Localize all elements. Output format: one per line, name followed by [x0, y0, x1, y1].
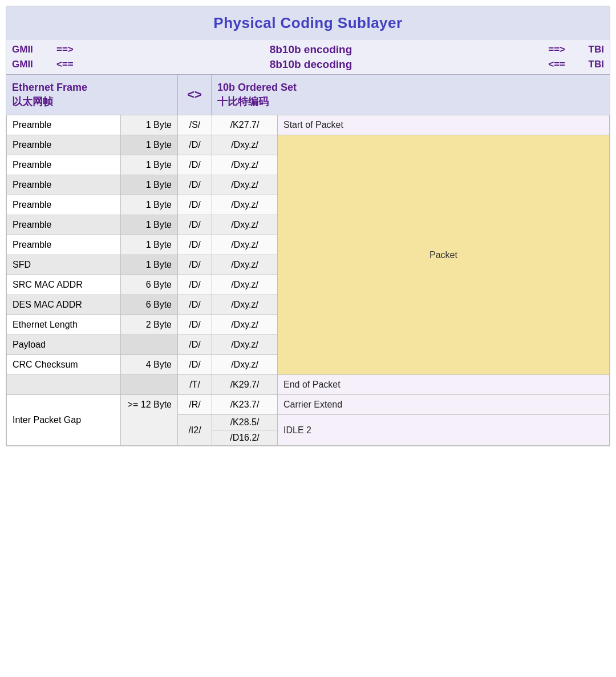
cell-code2: /Dxy.z/	[212, 275, 278, 295]
enc-text-2: 8b10b decoding	[107, 58, 515, 71]
enc-label-2: GMII	[12, 59, 52, 70]
cell-size-gap: >= 12 Byte	[121, 395, 178, 446]
cell-code1: /D/	[178, 255, 212, 275]
cell-desc-start: Start of Packet	[278, 115, 610, 135]
enc-arrow2-2: <==	[520, 59, 565, 70]
cell-code1: /D/	[178, 355, 212, 375]
cell-code1: /T/	[178, 375, 212, 395]
cell-code1: /D/	[178, 195, 212, 215]
cell-code1: /D/	[178, 275, 212, 295]
cell-code2: /Dxy.z/	[212, 255, 278, 275]
cell-code1: /D/	[178, 235, 212, 255]
cell-size: 1 Byte	[121, 155, 178, 175]
cell-code2: /Dxy.z/	[212, 195, 278, 215]
enc-arrow2-1: ==>	[520, 44, 565, 55]
header-eth: Ethernet Frame 以太网帧	[6, 75, 177, 115]
table-row: Preamble 1 Byte /S/ /K27.7/ Start of Pac…	[7, 115, 610, 135]
cell-name: Preamble	[7, 175, 121, 195]
cell-code1: /S/	[178, 115, 212, 135]
cell-size: 1 Byte	[121, 135, 178, 155]
gap-size-text: >= 12 Byte	[127, 400, 172, 410]
table-row: Preamble 1 Byte /D/ /Dxy.z/ Packet	[7, 135, 610, 155]
header-eth-line1: Ethernet Frame	[12, 80, 172, 95]
cell-code1: /D/	[178, 155, 212, 175]
cell-name: SRC MAC ADDR	[7, 275, 121, 295]
cell-code2-idle: /K28.5/ /D16.2/	[212, 415, 278, 446]
main-container: Physical Coding Sublayer GMII ==> 8b10b …	[6, 6, 610, 446]
table-header: Ethernet Frame 以太网帧 <> 10b Ordered Set 十…	[6, 74, 610, 115]
header-eth-line2: 以太网帧	[12, 95, 172, 109]
cell-code1: /D/	[178, 135, 212, 155]
page-title: Physical Coding Sublayer	[6, 6, 610, 40]
idle-code2-line1: /K28.5/	[212, 415, 277, 430]
cell-size: 1 Byte	[121, 215, 178, 235]
cell-size: 6 Byte	[121, 295, 178, 315]
cell-code2: /K23.7/	[212, 395, 278, 415]
cell-size: 4 Byte	[121, 355, 178, 375]
cell-code1: /D/	[178, 175, 212, 195]
cell-name: Preamble	[7, 115, 121, 135]
cell-desc-end: End of Packet	[278, 375, 610, 395]
cell-code2: /Dxy.z/	[212, 235, 278, 255]
cell-size: 1 Byte	[121, 195, 178, 215]
cell-size	[121, 375, 178, 395]
cell-code2: /Dxy.z/	[212, 135, 278, 155]
cell-desc-carrier: Carrier Extend	[278, 395, 610, 415]
idle-code2-line2: /D16.2/	[212, 430, 277, 445]
cell-code2: /Dxy.z/	[212, 315, 278, 335]
enc-tbi-1: TBI	[570, 44, 604, 55]
cell-name: Preamble	[7, 235, 121, 255]
cell-code2: /Dxy.z/	[212, 355, 278, 375]
cell-size: 1 Byte	[121, 115, 178, 135]
cell-code1: /D/	[178, 215, 212, 235]
cell-code2: /Dxy.z/	[212, 295, 278, 315]
cell-code2: /K29.7/	[212, 375, 278, 395]
cell-size: 6 Byte	[121, 275, 178, 295]
cell-packet-label: Packet	[278, 135, 610, 375]
header-ordered: 10b Ordered Set 十比特编码	[212, 75, 610, 115]
cell-size: 1 Byte	[121, 255, 178, 275]
encoding-section: GMII ==> 8b10b encoding ==> TBI GMII <==…	[6, 40, 610, 74]
cell-name: Ethernet Length	[7, 315, 121, 335]
cell-code2: /Dxy.z/	[212, 175, 278, 195]
cell-name: Preamble	[7, 155, 121, 175]
cell-code1-idle: /I2/	[178, 415, 212, 446]
cell-name: Payload	[7, 335, 121, 355]
cell-name: SFD	[7, 255, 121, 275]
header-ordered-line2: 十比特编码	[217, 95, 604, 109]
enc-text-1: 8b10b encoding	[107, 43, 515, 56]
cell-size	[121, 335, 178, 355]
encoding-row-2: GMII <== 8b10b decoding <== TBI	[12, 57, 604, 72]
header-ordered-line1: 10b Ordered Set	[217, 80, 604, 95]
cell-size: 2 Byte	[121, 315, 178, 335]
table-row: Inter Packet Gap >= 12 Byte /R/ /K23.7/ …	[7, 395, 610, 415]
cell-code1: /R/	[178, 395, 212, 415]
cell-code1: /D/	[178, 335, 212, 355]
table-row: /T/ /K29.7/ End of Packet	[7, 375, 610, 395]
header-mid: <>	[177, 75, 212, 115]
cell-code2: /Dxy.z/	[212, 335, 278, 355]
enc-label-1: GMII	[12, 44, 52, 55]
cell-name: Preamble	[7, 215, 121, 235]
cell-code1: /D/	[178, 315, 212, 335]
cell-size: 1 Byte	[121, 235, 178, 255]
main-table: Preamble 1 Byte /S/ /K27.7/ Start of Pac…	[6, 115, 610, 446]
cell-name: Preamble	[7, 135, 121, 155]
enc-arrow-2: <==	[56, 59, 102, 70]
cell-name	[7, 375, 121, 395]
cell-code1: /D/	[178, 295, 212, 315]
cell-name: DES MAC ADDR	[7, 295, 121, 315]
cell-code2: /Dxy.z/	[212, 155, 278, 175]
cell-name: Preamble	[7, 195, 121, 215]
cell-name-gap: Inter Packet Gap	[7, 395, 121, 446]
encoding-row-1: GMII ==> 8b10b encoding ==> TBI	[12, 42, 604, 57]
enc-arrow-1: ==>	[56, 44, 102, 55]
cell-size: 1 Byte	[121, 175, 178, 195]
cell-name: CRC Checksum	[7, 355, 121, 375]
enc-tbi-2: TBI	[570, 59, 604, 70]
cell-code2: /K27.7/	[212, 115, 278, 135]
cell-code2: /Dxy.z/	[212, 215, 278, 235]
cell-desc-idle: IDLE 2	[278, 415, 610, 446]
